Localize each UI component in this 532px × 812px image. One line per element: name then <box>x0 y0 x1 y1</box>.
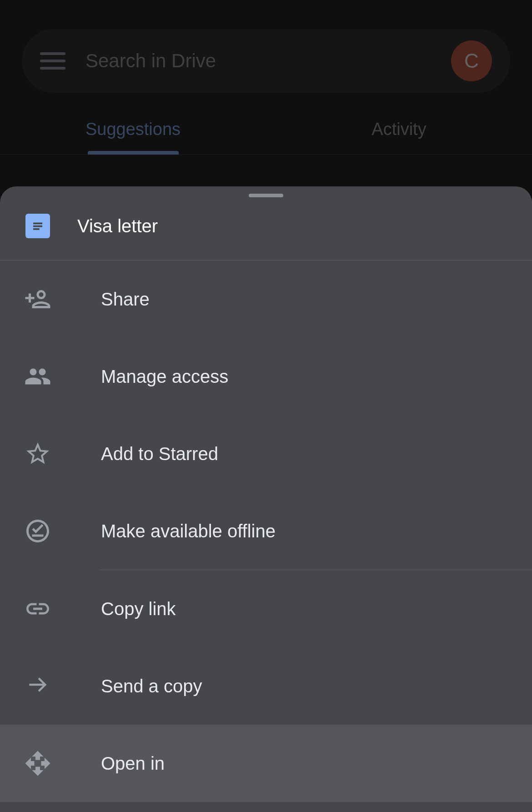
person-add-icon <box>23 284 53 314</box>
menu-item-send-a-copy[interactable]: Send a copy <box>0 647 532 725</box>
star-outline-icon <box>23 439 53 469</box>
menu-label: Share <box>101 289 150 310</box>
file-title: Visa letter <box>77 216 158 236</box>
drag-handle[interactable] <box>249 194 283 197</box>
offline-pin-icon <box>23 516 53 546</box>
menu-item-copy-link[interactable]: Copy link <box>0 570 532 647</box>
people-icon <box>23 361 53 391</box>
open-with-icon <box>23 748 53 778</box>
menu-item-manage-access[interactable]: Manage access <box>0 338 532 415</box>
svg-rect-2 <box>33 228 40 230</box>
svg-rect-0 <box>33 223 42 225</box>
menu-label: Open in <box>101 753 165 774</box>
menu-label: Manage access <box>101 366 228 387</box>
sheet-header: Visa letter <box>0 197 532 261</box>
menu-item-open-in[interactable]: Open in <box>0 725 532 802</box>
menu-item-share[interactable]: Share <box>0 261 532 338</box>
action-menu-list: Share Manage access Add to Starred Make … <box>0 261 532 802</box>
link-icon <box>23 594 53 624</box>
menu-label: Add to Starred <box>101 444 218 464</box>
google-docs-icon <box>25 214 50 238</box>
menu-label: Copy link <box>101 599 176 619</box>
menu-label: Send a copy <box>101 676 202 697</box>
arrow-forward-icon <box>23 671 53 701</box>
menu-item-make-available-offline[interactable]: Make available offline <box>0 492 532 570</box>
menu-label: Make available offline <box>101 521 276 541</box>
svg-rect-1 <box>33 226 42 227</box>
menu-item-add-to-starred[interactable]: Add to Starred <box>0 415 532 492</box>
bottom-sheet: Visa letter Share Manage access Add to S… <box>0 186 532 812</box>
